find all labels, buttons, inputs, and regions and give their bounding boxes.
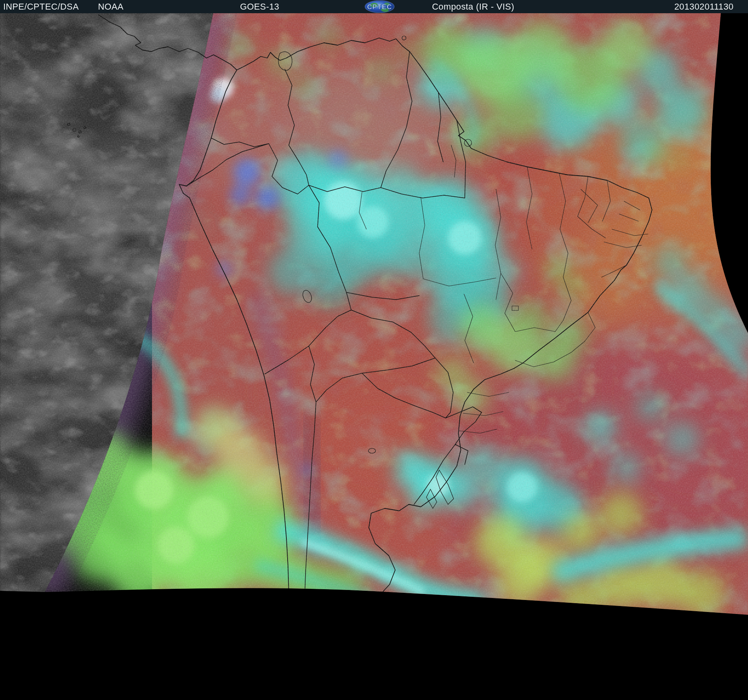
satellite-label: GOES-13: [240, 2, 279, 12]
header-bar: INPE/CPTEC/DSA NOAA GOES-13 CPTEC Compos…: [0, 0, 748, 13]
cptec-logo-icon: CPTEC: [364, 0, 395, 13]
cptec-logo-text: CPTEC: [367, 3, 392, 11]
satellite-viewer: INPE/CPTEC/DSA NOAA GOES-13 CPTEC Compos…: [0, 0, 748, 700]
satellite-composite-map: [0, 13, 748, 700]
network-label: NOAA: [98, 2, 124, 12]
satellite-composite-svg: [0, 13, 748, 700]
agency-label: INPE/CPTEC/DSA: [3, 2, 79, 12]
timestamp-label: 201302011130: [674, 2, 734, 12]
product-label: Composta (IR - VIS): [432, 2, 514, 12]
